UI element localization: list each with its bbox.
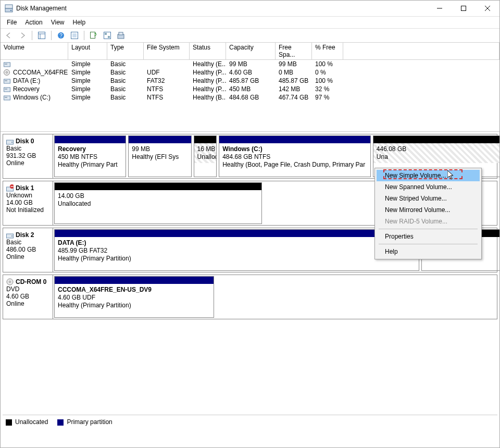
disk-header[interactable]: CD-ROM 0DVD4.60 GBOnline [3,275,53,319]
partition-label: Windows (C:) [222,145,262,153]
volume-name: Recovery [13,85,40,93]
partition[interactable]: 99 MBHealthy (EFI Sys [128,135,191,177]
partition[interactable]: Windows (C:)484.68 GB NTFSHealthy (Boot,… [219,135,371,177]
disk-row: CD-ROM 0DVD4.60 GBOnlineCCCOMA_X64FRE_EN… [3,275,497,319]
minimize-button[interactable] [428,1,452,16]
partition[interactable]: CCCOMA_X64FRE_EN-US_DV94.60 GB UDFHealth… [54,276,214,318]
menu-action[interactable]: Action [21,18,46,27]
svg-rect-17 [108,36,110,38]
primary-partition-icon [129,136,191,143]
titlebar: Disk Management [1,1,499,17]
column-header[interactable]: Free Spa... [276,43,312,60]
disk-icon [6,184,14,192]
context-menu[interactable]: New Simple Volume...New Spanned Volume..… [374,168,482,259]
disk-name: CD-ROM 0 [16,278,46,285]
partition[interactable]: DATA (E:)485.99 GB FAT32Healthy (Primary… [54,229,419,271]
svg-rect-1 [5,5,12,8]
partition-label: CCCOMA_X64FRE_EN-US_DV9 [58,286,152,293]
toolbar: ? [1,29,499,43]
column-header[interactable]: Status [190,43,226,60]
menu-item-properties[interactable]: Properties [377,231,480,242]
partition-size: 484.68 GB NTFS [222,153,270,160]
volume-list-header[interactable]: VolumeLayoutTypeFile SystemStatusCapacit… [1,43,499,60]
disk-icon [6,278,14,285]
partition[interactable]: 14.00 GBUnallocated [54,182,262,224]
column-header[interactable]: File System [144,43,190,60]
menu-item-new-mirrored-volume[interactable]: New Mirrored Volume... [377,204,480,216]
primary-partition-icon [219,136,370,143]
volume-row[interactable]: SimpleBasicHealthy (E...99 MB99 MB100 % [1,60,499,68]
menu-item-new-striped-volume[interactable]: New Striped Volume... [377,193,480,204]
menu-file[interactable]: File [3,18,21,27]
partition-status: Healthy (Primary Partition) [58,302,131,309]
column-header[interactable]: Capacity [226,43,276,60]
maximize-button[interactable] [452,1,476,16]
partition-status: Healthy (Boot, Page File, Crash Dump, Pr… [222,161,365,168]
back-button [3,29,15,42]
volume-row[interactable]: Windows (C:)SimpleBasicNTFSHealthy (B...… [1,93,499,102]
partition-size: 485.99 GB FAT32 [58,247,107,254]
menu-item-help[interactable]: Help [377,246,480,257]
refresh-button[interactable] [88,29,100,42]
svg-rect-16 [105,33,107,35]
column-header[interactable]: % Free [312,43,343,60]
svg-rect-25 [5,80,7,81]
primary-partition-icon [55,277,214,284]
svg-rect-4 [461,6,466,11]
svg-rect-7 [39,32,45,39]
disk-name: Disk 1 [16,184,34,192]
column-header[interactable]: Layout [68,43,107,60]
menubar: FileActionViewHelp [1,17,499,29]
svg-rect-34 [11,186,14,186]
volume-row[interactable]: RecoverySimpleBasicNTFSHealthy (P...450 … [1,85,499,93]
volume-name: Windows (C:) [13,94,51,101]
volume-name: DATA (E:) [13,77,40,84]
column-header[interactable]: Type [107,43,144,60]
primary-partition-icon [55,136,126,143]
column-header[interactable]: Volume [1,43,68,60]
volume-name: CCCOMA_X64FRE... [13,69,68,76]
svg-rect-0 [5,8,12,12]
partition[interactable]: 16 MBUnalloca [194,135,217,177]
svg-rect-13 [72,33,77,38]
settings-button[interactable] [68,29,81,42]
partition-size: 4.60 GB UDF [58,294,95,301]
menu-view[interactable]: View [47,18,69,27]
app-icon [5,4,13,13]
disk-header[interactable]: Disk 0Basic931.32 GBOnline [3,134,53,178]
svg-rect-21 [5,64,7,65]
partition-status: Unallocated [58,200,91,207]
disk-header[interactable]: Disk 1Unknown14.00 GBNot Initialized [3,181,53,225]
show-hide-tree-button[interactable] [35,29,48,42]
help-button[interactable]: ? [55,29,67,42]
legend-primary: Primary partition [57,418,112,426]
partition-size: 14.00 GB [58,192,84,200]
volume-row[interactable]: CCCOMA_X64FRE...SimpleBasicUDFHealthy (P… [1,68,499,77]
volume-row[interactable]: DATA (E:)SimpleBasicFAT32Healthy (P...48… [1,77,499,85]
partition-label: DATA (E:) [58,239,86,246]
svg-point-38 [9,281,11,283]
properties-button[interactable] [115,29,127,42]
menu-separator [379,229,478,229]
disk-icon [6,138,14,145]
disk-header[interactable]: Disk 2Basic486.00 GBOnline [3,228,53,272]
svg-point-36 [11,235,12,237]
partition-status: Una [377,153,388,160]
primary-partition-icon [55,230,419,237]
rescan-button[interactable] [101,29,114,42]
close-button[interactable] [476,1,499,16]
svg-point-31 [11,142,12,143]
partition-status: Unalloca [197,153,217,160]
unallocated-icon [55,183,261,190]
svg-rect-27 [5,89,7,90]
menu-help[interactable]: Help [69,18,90,27]
legend: Unallocated Primary partition [3,415,497,429]
window-title: Disk Management [16,5,67,12]
partition-status: Healthy (EFI Sys [132,153,179,160]
partition-status: Healthy (Primary Part [58,161,118,168]
volume-list[interactable]: VolumeLayoutTypeFile SystemStatusCapacit… [1,43,499,132]
svg-rect-29 [5,97,7,98]
menu-item-new-simple-volume[interactable]: New Simple Volume... [377,170,480,181]
partition[interactable]: Recovery450 MB NTFSHealthy (Primary Part [54,135,126,177]
menu-item-new-spanned-volume[interactable]: New Spanned Volume... [377,181,480,193]
